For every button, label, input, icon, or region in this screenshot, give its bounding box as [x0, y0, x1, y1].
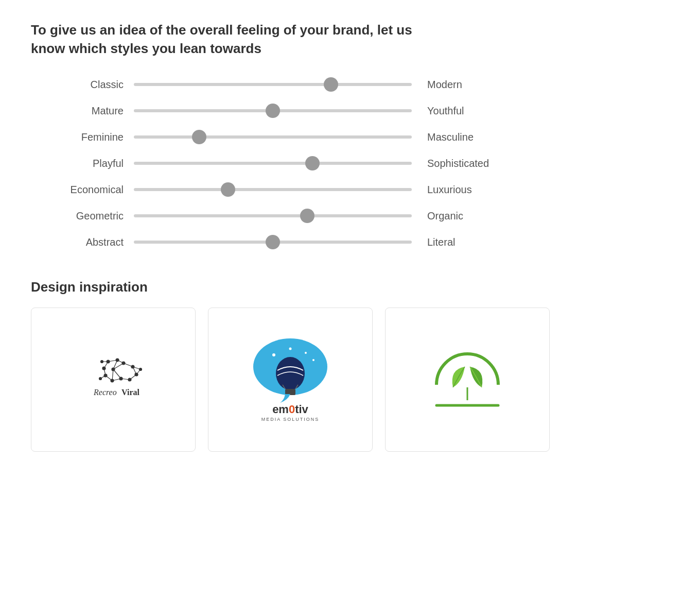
- svg-point-36: [289, 347, 292, 350]
- svg-line-26: [136, 369, 141, 374]
- slider-row-mature-youthful: MatureYouthful: [31, 105, 669, 117]
- svg-text:MEDIA SOLUTIONS: MEDIA SOLUTIONS: [261, 417, 320, 422]
- slider-track-geometric-organic[interactable]: [134, 211, 412, 221]
- slider-label-left-economical-luxurious: Economical: [31, 184, 134, 196]
- slider-input-playful-sophisticated[interactable]: [134, 162, 412, 165]
- svg-point-38: [312, 359, 314, 361]
- svg-line-14: [130, 374, 136, 380]
- design-inspiration-section: Design inspiration: [31, 279, 669, 452]
- slider-input-mature-youthful[interactable]: [134, 109, 412, 112]
- slider-row-feminine-masculine: FeminineMasculine: [31, 131, 669, 143]
- design-card-recreoviral[interactable]: Recreo Viral: [31, 308, 196, 452]
- greenleaf-logo-icon: [421, 338, 514, 421]
- slider-label-left-abstract-literal: Abstract: [31, 236, 134, 248]
- design-card-emotiv[interactable]: em0tiv MEDIA SOLUTIONS: [208, 308, 373, 452]
- slider-label-right-abstract-literal: Literal: [412, 236, 515, 248]
- slider-label-left-geometric-organic: Geometric: [31, 210, 134, 222]
- svg-point-35: [272, 353, 275, 356]
- slider-input-geometric-organic[interactable]: [134, 214, 412, 217]
- svg-text:Recreo: Recreo: [93, 388, 117, 397]
- slider-label-left-playful-sophisticated: Playful: [31, 158, 134, 169]
- slider-row-playful-sophisticated: PlayfulSophisticated: [31, 158, 669, 169]
- design-cards-container: Recreo Viral: [31, 308, 669, 452]
- page-title: To give us an idea of the overall feelin…: [31, 21, 443, 58]
- svg-text:Viral: Viral: [121, 388, 140, 397]
- slider-row-classic-modern: ClassicModern: [31, 79, 669, 91]
- sliders-section: ClassicModernMatureYouthfulFeminineMascu…: [31, 79, 669, 248]
- slider-label-right-feminine-masculine: Masculine: [412, 131, 515, 143]
- slider-row-economical-luxurious: EconomicalLuxurious: [31, 184, 669, 196]
- slider-label-right-playful-sophisticated: Sophisticated: [412, 158, 515, 169]
- slider-row-abstract-literal: AbstractLiteral: [31, 236, 669, 248]
- slider-track-mature-youthful[interactable]: [134, 106, 412, 116]
- slider-input-economical-luxurious[interactable]: [134, 188, 412, 191]
- svg-line-21: [106, 376, 112, 381]
- emotiv-logo-icon: em0tiv MEDIA SOLUTIONS: [239, 333, 342, 426]
- slider-label-left-mature-youthful: Mature: [31, 105, 134, 117]
- slider-label-right-mature-youthful: Youthful: [412, 105, 515, 117]
- slider-track-economical-luxurious[interactable]: [134, 184, 412, 195]
- slider-track-classic-modern[interactable]: [134, 79, 412, 90]
- slider-track-abstract-literal[interactable]: [134, 237, 412, 247]
- design-card-greenleaf[interactable]: [385, 308, 550, 452]
- svg-line-19: [104, 362, 108, 368]
- slider-label-right-geometric-organic: Organic: [412, 210, 515, 222]
- slider-input-abstract-literal[interactable]: [134, 241, 412, 244]
- slider-track-playful-sophisticated[interactable]: [134, 158, 412, 168]
- slider-input-feminine-masculine[interactable]: [134, 135, 412, 139]
- svg-line-12: [124, 363, 133, 367]
- slider-track-feminine-masculine[interactable]: [134, 132, 412, 142]
- recreoviral-logo-icon: Recreo Viral: [57, 354, 170, 405]
- slider-label-right-economical-luxurious: Luxurious: [412, 184, 515, 196]
- slider-label-right-classic-modern: Modern: [412, 79, 515, 91]
- svg-point-39: [276, 357, 305, 390]
- svg-point-37: [305, 352, 307, 354]
- svg-text:em0tiv: em0tiv: [272, 403, 308, 416]
- svg-line-16: [113, 369, 121, 379]
- design-inspiration-title: Design inspiration: [31, 279, 669, 295]
- slider-label-left-feminine-masculine: Feminine: [31, 131, 134, 143]
- slider-input-classic-modern[interactable]: [134, 83, 412, 86]
- slider-row-geometric-organic: GeometricOrganic: [31, 210, 669, 222]
- slider-label-left-classic-modern: Classic: [31, 79, 134, 91]
